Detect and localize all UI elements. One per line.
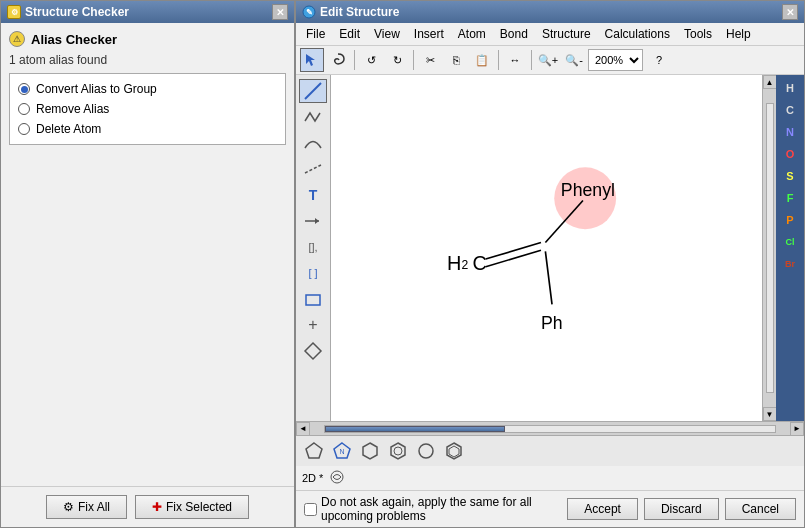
cut-tool[interactable]: ✂ xyxy=(418,48,442,72)
checkbox-row: Do not ask again, apply the same for all… xyxy=(304,495,559,523)
svg-rect-7 xyxy=(306,295,320,305)
cancel-button[interactable]: Cancel xyxy=(725,498,796,520)
svg-text:N: N xyxy=(339,448,344,455)
left-panel-close-button[interactable]: ✕ xyxy=(272,4,288,20)
element-F-button[interactable]: F xyxy=(778,187,802,209)
lasso-tool[interactable] xyxy=(326,48,350,72)
option-delete[interactable]: Delete Atom xyxy=(18,122,277,136)
fix-all-icon: ⚙ xyxy=(63,500,74,514)
svg-marker-18 xyxy=(363,443,377,459)
copy-tool[interactable]: ⎘ xyxy=(444,48,468,72)
bracket-tool[interactable]: [], xyxy=(299,235,327,259)
svg-text:✎: ✎ xyxy=(306,8,313,17)
accept-button[interactable]: Accept xyxy=(567,498,638,520)
toolbar-sep1 xyxy=(354,50,355,70)
dashed-tool[interactable] xyxy=(299,157,327,181)
svg-marker-15 xyxy=(306,443,322,458)
hscroll-thumb[interactable] xyxy=(325,426,505,432)
nav-tool[interactable] xyxy=(299,339,327,363)
redo-tool[interactable]: ↻ xyxy=(385,48,409,72)
plus-tool[interactable]: + xyxy=(299,313,327,337)
checker-header: ⚠ Alias Checker xyxy=(9,31,286,47)
element-S-button[interactable]: S xyxy=(778,165,802,187)
menu-insert[interactable]: Insert xyxy=(408,25,450,43)
arrow-tool[interactable] xyxy=(299,209,327,233)
zoom-in-tool[interactable]: 🔍+ xyxy=(536,48,560,72)
status-bar: 2D * xyxy=(296,466,804,490)
right-panel-titlebar: ✎ Edit Structure ✕ xyxy=(296,1,804,23)
right-panel-title-text: Edit Structure xyxy=(320,5,399,19)
element-P-button[interactable]: P xyxy=(778,209,802,231)
draw-bond-tool[interactable] xyxy=(299,79,327,103)
bracket2-tool[interactable]: [ ] xyxy=(299,261,327,285)
radio-convert[interactable] xyxy=(18,83,30,95)
canvas-area[interactable]: H 2 C Phenyl Ph xyxy=(331,75,762,421)
paste-tool[interactable]: 📋 xyxy=(470,48,494,72)
elements-panel: H C N O S F P Cl Br xyxy=(776,75,804,421)
menu-atom[interactable]: Atom xyxy=(452,25,492,43)
scroll-up-arrow[interactable]: ▲ xyxy=(763,75,777,89)
chain-tool[interactable] xyxy=(299,105,327,129)
scroll-right-arrow[interactable]: ► xyxy=(790,422,804,436)
scroll-left-arrow[interactable]: ◄ xyxy=(296,422,310,436)
undo-tool[interactable]: ↺ xyxy=(359,48,383,72)
dont-ask-label: Do not ask again, apply the same for all… xyxy=(321,495,559,523)
rect-tool[interactable] xyxy=(299,287,327,311)
option-delete-label: Delete Atom xyxy=(36,122,101,136)
left-panel-title-text: Structure Checker xyxy=(25,5,129,19)
menu-edit[interactable]: Edit xyxy=(333,25,366,43)
fix-selected-button[interactable]: ✚ Fix Selected xyxy=(135,495,249,519)
hscroll-track[interactable] xyxy=(324,425,776,433)
element-N-button[interactable]: N xyxy=(778,121,802,143)
menu-view[interactable]: View xyxy=(368,25,406,43)
select-tool[interactable] xyxy=(300,48,324,72)
menu-bond[interactable]: Bond xyxy=(494,25,534,43)
vscroll-track[interactable] xyxy=(766,103,774,393)
zoom-container: 200% 150% 100% 75% 50% xyxy=(588,49,643,71)
circle-tool[interactable] xyxy=(414,439,438,463)
menu-bar: File Edit View Insert Atom Bond Structur… xyxy=(296,23,804,46)
hexagon2-tool[interactable] xyxy=(386,439,410,463)
left-panel-titlebar: ⚙ Structure Checker ✕ xyxy=(1,1,294,23)
discard-button[interactable]: Discard xyxy=(644,498,719,520)
element-H-button[interactable]: H xyxy=(778,77,802,99)
menu-file[interactable]: File xyxy=(300,25,331,43)
option-remove[interactable]: Remove Alias xyxy=(18,102,277,116)
horizontal-scrollbar[interactable]: ◄ ► xyxy=(296,421,804,435)
flip-tool[interactable]: ↔ xyxy=(503,48,527,72)
element-Br-button[interactable]: Br xyxy=(778,253,802,275)
hexagon-tool[interactable] xyxy=(358,439,382,463)
help-tool[interactable]: ? xyxy=(647,48,671,72)
svg-text:2: 2 xyxy=(461,258,468,272)
phenyl-label: Phenyl xyxy=(561,180,615,200)
option-convert[interactable]: Convert Alias to Group xyxy=(18,82,277,96)
menu-tools[interactable]: Tools xyxy=(678,25,718,43)
menu-structure[interactable]: Structure xyxy=(536,25,597,43)
checker-name: Alias Checker xyxy=(31,32,117,47)
zoom-out-tool[interactable]: 🔍- xyxy=(562,48,586,72)
element-C-button[interactable]: C xyxy=(778,99,802,121)
fix-all-button[interactable]: ⚙ Fix All xyxy=(46,495,127,519)
right-panel-close-button[interactable]: ✕ xyxy=(782,4,798,20)
element-Cl-button[interactable]: Cl xyxy=(778,231,802,253)
svg-line-3 xyxy=(305,83,321,99)
curve-tool[interactable] xyxy=(299,131,327,155)
status-extra xyxy=(329,469,345,487)
menu-help[interactable]: Help xyxy=(720,25,757,43)
footer: Do not ask again, apply the same for all… xyxy=(296,490,804,527)
radio-remove[interactable] xyxy=(18,103,30,115)
dont-ask-checkbox[interactable] xyxy=(304,503,317,516)
scroll-down-arrow[interactable]: ▼ xyxy=(763,407,777,421)
pentagon2-tool[interactable]: N xyxy=(330,439,354,463)
text-tool[interactable]: T xyxy=(299,183,327,207)
svg-point-21 xyxy=(419,444,433,458)
radio-delete[interactable] xyxy=(18,123,30,135)
pentagon-tool[interactable] xyxy=(302,439,326,463)
double-ring-tool[interactable] xyxy=(442,439,466,463)
menu-calculations[interactable]: Calculations xyxy=(599,25,676,43)
zoom-select[interactable]: 200% 150% 100% 75% 50% xyxy=(588,49,643,71)
element-O-button[interactable]: O xyxy=(778,143,802,165)
editor-area: T [], [ ] + xyxy=(296,75,804,421)
vertical-scrollbar[interactable]: ▲ ▼ xyxy=(762,75,776,421)
ph-label: Ph xyxy=(541,313,563,333)
